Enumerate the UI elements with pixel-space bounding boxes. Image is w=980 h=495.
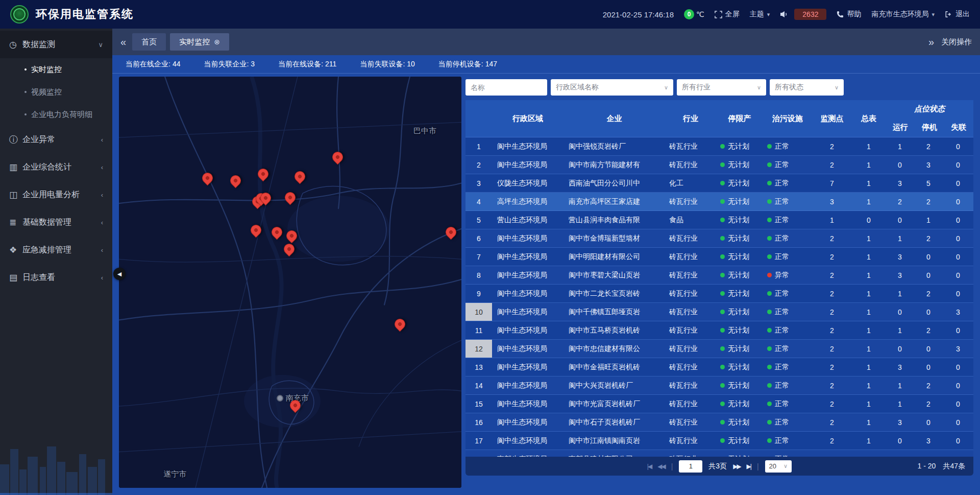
- industry-filter-select[interactable]: 所有行业 ∨: [677, 79, 766, 96]
- first-page-button[interactable]: |◀: [647, 463, 651, 470]
- alarm-speaker-button[interactable]: [780, 11, 788, 18]
- alarm-count-badge[interactable]: 2632: [794, 9, 826, 20]
- chevron-left-icon: ‹: [101, 246, 103, 254]
- table-row[interactable]: 1阆中生态环境局阆中强锐页岩砖厂砖瓦行业无计划正常21120: [465, 137, 973, 156]
- cell-industry: 砖瓦行业: [665, 340, 716, 358]
- org-dropdown[interactable]: 南充市生态环境局 ▾: [871, 10, 935, 19]
- filter-bar: 行政区域名称 ∨ 所有行业 ∨ 所有状态 ∨: [465, 77, 973, 100]
- enterprise-abnormal-icon: ⓘ: [9, 134, 22, 146]
- header-points: 监测点: [812, 100, 852, 137]
- table-row[interactable]: 12阆中生态环境局阆中市忠信建材有限公砖瓦行业无计划正常21003: [465, 340, 973, 358]
- top-header: 环保用电监管系统 2021-02-25 17:46:18 0 ℃ 全屏 主题 ▾: [0, 0, 980, 29]
- cell-stop: 5: [914, 174, 943, 192]
- cell-company: 南部县建材有限公司: [564, 450, 665, 457]
- stat-item: 当前停机设备:147: [438, 60, 497, 69]
- chevron-left-icon: ‹: [101, 219, 103, 226]
- region-filter-select[interactable]: 行政区域名称 ∨: [551, 79, 673, 96]
- cell-stop: 2: [914, 229, 943, 247]
- cell-limit: 无计划: [716, 174, 763, 192]
- table-row[interactable]: 17阆中生态环境局阆中市江南镇阆南页岩砖瓦行业无计划正常21030: [465, 432, 973, 450]
- cell-company: 阆中市枣碧大梁山页岩: [564, 266, 665, 284]
- stat-value: 10: [407, 60, 415, 68]
- cell-lost: 0: [943, 413, 973, 431]
- sidebar-subitem[interactable]: 企业电力负荷明细: [0, 103, 112, 126]
- next-page-button[interactable]: ▶▶: [733, 463, 740, 470]
- table-row[interactable]: 4高坪生态环境局南充市高坪区王家店建砖瓦行业无计划正常31220: [465, 193, 973, 211]
- table-row[interactable]: 13阆中生态环境局阆中市金福旺页岩机砖砖瓦行业无计划正常21300: [465, 358, 973, 376]
- sidebar-subitem[interactable]: 实时监控: [0, 58, 112, 81]
- cell-run: 0: [886, 432, 914, 450]
- cell-industry: 砖瓦行业: [665, 248, 716, 266]
- sidebar-item-emergency-reduction[interactable]: ❖应急减排管理‹: [0, 236, 112, 264]
- cell-industry: 砖瓦行业: [665, 321, 716, 339]
- theme-dropdown[interactable]: 主题 ▾: [750, 10, 770, 19]
- cell-run: 3: [886, 413, 914, 431]
- prev-page-button[interactable]: ◀◀: [657, 463, 665, 470]
- cell-company: 阆中市南方节能建材有: [564, 156, 665, 174]
- bullet-icon: [24, 68, 27, 70]
- header-region: 行政区域: [492, 100, 564, 137]
- map-roads-graphic: [119, 77, 461, 488]
- row-index: 5: [465, 211, 492, 229]
- cell-points: 7: [812, 174, 852, 192]
- sidebar-item-enterprise-statistics[interactable]: ▥企业综合统计‹: [0, 153, 112, 181]
- table-row[interactable]: 18南部生态环境局南部县建材有限公司砖瓦行业无计划正常21030: [465, 450, 973, 457]
- tab-close-icon[interactable]: ⊗: [214, 38, 220, 46]
- sidebar-item-enterprise-abnormal[interactable]: ⓘ企业异常‹: [0, 126, 112, 153]
- sidebar-subitem[interactable]: 视频监控: [0, 81, 112, 103]
- cell-lost: 0: [943, 321, 973, 339]
- status-dot-green: [767, 328, 772, 333]
- sidebar-item-power-usage-analysis[interactable]: ◫企业用电量分析‹: [0, 181, 112, 208]
- table-row[interactable]: 15阆中生态环境局阆中市光富页岩机砖厂砖瓦行业无计划正常21120: [465, 395, 973, 413]
- table-row[interactable]: 8阆中生态环境局阆中市枣碧大梁山页岩砖瓦行业无计划异常21300: [465, 266, 973, 285]
- cell-meters: 1: [852, 285, 886, 302]
- sidebar-item-log-view[interactable]: ▤日志查看‹: [0, 264, 112, 291]
- tabs-scroll-left-button[interactable]: «: [120, 37, 126, 47]
- map-canvas[interactable]: 巴中市南充市遂宁市: [119, 77, 461, 488]
- status-dot-green: [720, 199, 725, 204]
- table-row[interactable]: 10阆中生态环境局阆中千佛镇五郎垭页岩砖瓦行业无计划正常21003: [465, 303, 973, 321]
- tabs-scroll-right-button[interactable]: »: [928, 37, 934, 47]
- cell-region: 南部生态环境局: [492, 450, 564, 457]
- sidebar-item-base-data-management[interactable]: ≣基础数据管理‹: [0, 208, 112, 236]
- cell-company: 营山县润丰肉食品有限: [564, 211, 665, 229]
- cell-points: 1: [812, 211, 852, 229]
- table-row[interactable]: 2阆中生态环境局阆中市南方节能建材有砖瓦行业无计划正常21030: [465, 156, 973, 174]
- cell-facility: 正常: [763, 137, 812, 155]
- close-operations-button[interactable]: 关闭操作: [941, 37, 972, 47]
- last-page-button[interactable]: ▶|: [747, 463, 751, 470]
- cell-company: 西南油气田分公司川中: [564, 174, 665, 192]
- name-filter-input[interactable]: [465, 79, 547, 96]
- cell-limit: 无计划: [716, 376, 763, 394]
- tab-首页[interactable]: 首页: [132, 33, 166, 51]
- table-row[interactable]: 11阆中生态环境局阆中市五马桥页岩机砖砖瓦行业无计划正常21120: [465, 321, 973, 340]
- cell-stop: 3: [914, 156, 943, 174]
- table-row[interactable]: 6阆中生态环境局阆中市金博瑞新型墙材砖瓦行业无计划正常21120: [465, 229, 973, 248]
- chevron-down-icon: ∨: [757, 84, 761, 91]
- sidebar-item-data-monitor[interactable]: ◷数据监测∨: [0, 31, 112, 58]
- pagination-divider: |: [671, 462, 673, 470]
- cell-stop: 3: [914, 450, 943, 457]
- cell-points: 2: [812, 285, 852, 302]
- help-button[interactable]: 帮助: [837, 10, 861, 19]
- table-row[interactable]: 3仪陇生态环境局西南油气田分公司川中化工无计划正常71350: [465, 174, 973, 193]
- cell-stop: 2: [914, 193, 943, 210]
- status-filter-select[interactable]: 所有状态 ∨: [770, 79, 844, 96]
- tab-实时监控[interactable]: 实时监控⊗: [170, 33, 229, 51]
- fullscreen-button[interactable]: 全屏: [715, 10, 740, 19]
- pagination-range: 1 - 20 共47条: [918, 462, 965, 471]
- table-row[interactable]: 7阆中生态环境局阆中明阳建材有限公司砖瓦行业无计划正常21300: [465, 248, 973, 266]
- cell-meters: 1: [852, 413, 886, 431]
- cell-lost: 0: [943, 211, 973, 229]
- status-dot-green: [720, 236, 725, 241]
- cell-meters: 1: [852, 193, 886, 210]
- table-row[interactable]: 5营山生态环境局营山县润丰肉食品有限食品无计划正常10010: [465, 211, 973, 229]
- page-size-select[interactable]: 20 ∨: [765, 460, 792, 473]
- table-row[interactable]: 9阆中生态环境局阆中市二龙长宝页岩砖砖瓦行业无计划正常21120: [465, 285, 973, 303]
- cell-industry: 砖瓦行业: [665, 450, 716, 457]
- table-row[interactable]: 16阆中生态环境局阆中市石子页岩机砖厂砖瓦行业无计划正常21300: [465, 413, 973, 432]
- page-number-input[interactable]: [679, 460, 702, 473]
- status-dot-green: [767, 383, 772, 388]
- table-row[interactable]: 14阆中生态环境局阆中大兴页岩机砖厂砖瓦行业无计划正常21120: [465, 376, 973, 395]
- logout-button[interactable]: 退出: [945, 10, 970, 19]
